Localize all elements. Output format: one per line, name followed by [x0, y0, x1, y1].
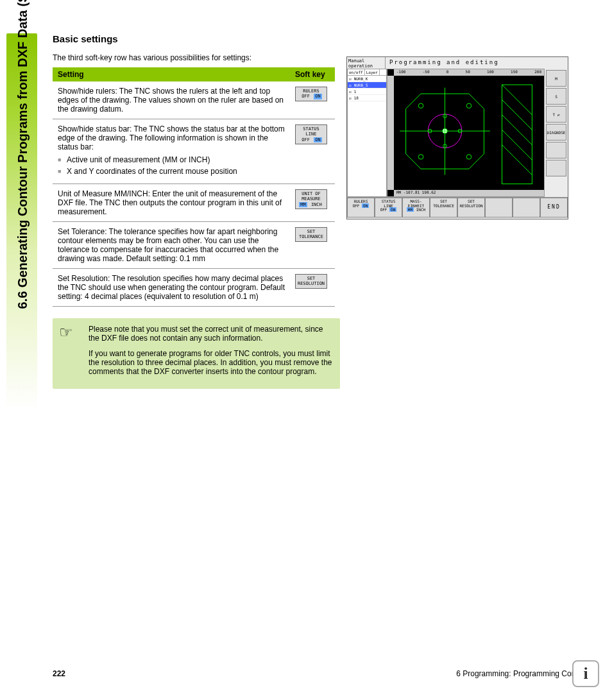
- svg-line-15: [502, 99, 532, 130]
- svg-point-4: [466, 103, 471, 108]
- side-btn-t[interactable]: T ⇄: [546, 106, 566, 123]
- hand-point-icon: ☞: [59, 323, 73, 341]
- svg-line-14: [502, 85, 532, 115]
- svg-line-18: [502, 145, 532, 175]
- softkey-status-line: STATUS LINE OFF ON: [295, 124, 327, 144]
- table-row: Show/hide status bar: The TNC shows the …: [53, 119, 335, 184]
- side-btn-diagnose[interactable]: DIAGNOSE: [546, 124, 566, 141]
- sk-status-line[interactable]: STATUSLINEOFF ON: [375, 198, 402, 218]
- setting-desc: Set Tolerance: The tolerance specifies h…: [53, 222, 290, 269]
- right-toolbar: M S T ⇄ DIAGNOSE: [545, 69, 568, 197]
- sk-tolerance[interactable]: SETTOLERANCE: [430, 198, 457, 218]
- svg-point-6: [466, 155, 471, 159]
- note-box: ☞ Please note that you must set the corr…: [53, 318, 340, 389]
- mode-label: Manual operation: [347, 57, 386, 69]
- svg-line-17: [502, 130, 532, 160]
- side-btn-empty[interactable]: [546, 142, 566, 158]
- softkey-resolution: SET RESOLUTION: [295, 274, 327, 289]
- svg-point-5: [418, 155, 423, 159]
- softkey-tolerance: SET TOLERANCE: [295, 227, 327, 242]
- softkey-unit: UNIT OF MEASURE MM INCH: [295, 189, 327, 209]
- table-row: Set Tolerance: The tolerance specifies h…: [53, 222, 335, 269]
- svg-point-3: [418, 103, 423, 108]
- side-btn-m[interactable]: M: [546, 70, 566, 87]
- svg-line-16: [502, 115, 532, 145]
- sk-resolution[interactable]: SETRESOLUTION: [457, 198, 485, 218]
- heading-basic-settings: Basic settings: [53, 33, 335, 44]
- drawing-viewport: -100-50050100150200: [387, 69, 545, 197]
- layer-panel: on/offLayer ☑NURB_K ☑NURB_S ☑1 ☑18: [347, 69, 387, 197]
- list-item: X and Y coordinates of the current mouse…: [58, 167, 285, 176]
- screen-title: Programming and editing: [386, 57, 568, 69]
- info-icon: i: [572, 660, 599, 687]
- side-btn-empty[interactable]: [546, 160, 566, 176]
- ruler-horizontal: -100-50050100150200: [394, 69, 544, 76]
- settings-table: Setting Soft key Show/hide rulers: The T…: [53, 67, 335, 307]
- softkey-rulers: RULERS OFF ON: [295, 87, 327, 101]
- sk-rulers[interactable]: RULERSOFF ON: [347, 198, 375, 218]
- col-softkey: Soft key: [290, 67, 335, 81]
- setting-desc: Show/hide rulers: The TNC shows the rule…: [53, 81, 290, 119]
- tnc-screenshot: Manual operation Programming and editing…: [346, 56, 568, 219]
- cad-drawing: [394, 76, 544, 190]
- intro-text: The third soft-key row has various possi…: [53, 53, 335, 62]
- setting-desc: Unit of Measure MM/INCH: Enter the unit …: [53, 184, 290, 222]
- main-content: Basic settings The third soft-key row ha…: [53, 33, 335, 389]
- section-title-vertical: 6.6 Generating Contour Programs from DXF…: [15, 0, 30, 309]
- page-footer: 222 6 Programming: Programming Contours: [53, 669, 593, 678]
- status-bar-text: MM -107.81 198.62: [394, 190, 544, 196]
- side-btn-s[interactable]: S: [546, 88, 566, 105]
- table-row: Unit of Measure MM/INCH: Enter the unit …: [53, 184, 335, 222]
- ruler-vertical: [387, 76, 394, 190]
- sk-empty[interactable]: [513, 198, 540, 218]
- note-p2: If you want to generate programs for old…: [89, 349, 334, 376]
- setting-desc: Show/hide status bar: The TNC shows the …: [53, 119, 290, 184]
- note-p1: Please note that you must set the correc…: [89, 325, 334, 343]
- sk-end[interactable]: END: [540, 198, 568, 218]
- list-item: Active unit of measurement (MM or INCH): [58, 155, 285, 164]
- page-number: 222: [53, 669, 65, 678]
- sk-unit[interactable]: MASS-EINHEITMM INCH: [402, 198, 430, 218]
- setting-desc: Set Resolution: The resolution specifies…: [53, 269, 290, 307]
- sk-empty[interactable]: [485, 198, 513, 218]
- col-setting: Setting: [53, 67, 290, 81]
- table-row: Show/hide rulers: The TNC shows the rule…: [53, 81, 335, 119]
- softkey-row: RULERSOFF ON STATUSLINEOFF ON MASS-EINHE…: [347, 197, 568, 218]
- table-row: Set Resolution: The resolution specifies…: [53, 269, 335, 307]
